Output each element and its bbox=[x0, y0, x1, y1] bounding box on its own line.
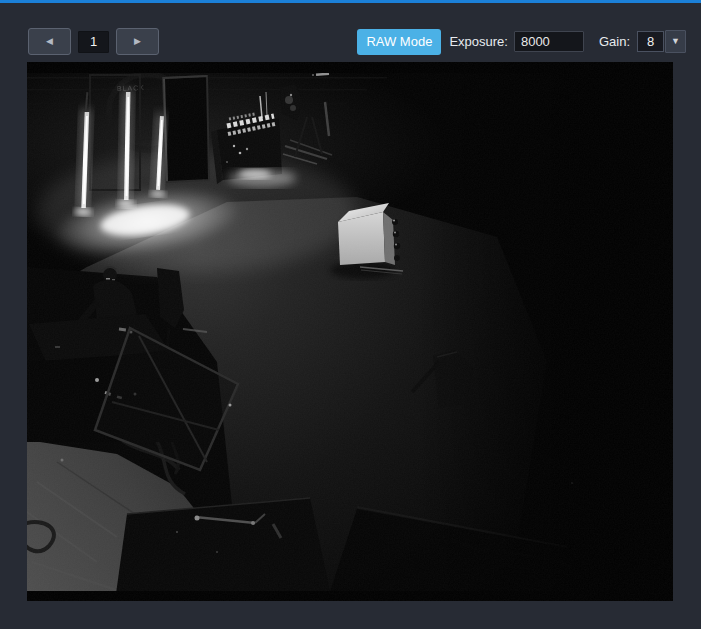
camera-settings-group: RAW Mode Exposure: Gain: 8 ▼ bbox=[357, 29, 686, 55]
chevron-down-icon: ▼ bbox=[671, 37, 680, 46]
film-grain bbox=[27, 62, 673, 601]
window-accent-bar bbox=[0, 0, 701, 3]
gain-label: Gain: bbox=[599, 34, 630, 49]
camera-frame-viewport: BLACK bbox=[27, 62, 673, 601]
gain-dropdown-button[interactable]: ▼ bbox=[665, 30, 686, 53]
gain-dropdown: 8 ▼ bbox=[637, 30, 686, 53]
prev-frame-button[interactable]: ◀ bbox=[28, 28, 71, 55]
next-frame-button[interactable]: ▶ bbox=[116, 28, 159, 55]
gain-value-box[interactable]: 8 bbox=[637, 31, 664, 52]
right-arrow-icon: ▶ bbox=[134, 37, 141, 46]
exposure-input[interactable] bbox=[514, 31, 584, 52]
raw-mode-button[interactable]: RAW Mode bbox=[357, 29, 441, 55]
exposure-label: Exposure: bbox=[449, 34, 508, 49]
frame-number-input[interactable] bbox=[78, 31, 109, 53]
frame-nav-group: ◀ ▶ bbox=[28, 28, 159, 55]
left-arrow-icon: ◀ bbox=[46, 37, 53, 46]
camera-frame-image: BLACK bbox=[27, 62, 673, 601]
toolbar: ◀ ▶ RAW Mode Exposure: Gain: 8 ▼ bbox=[28, 28, 686, 55]
